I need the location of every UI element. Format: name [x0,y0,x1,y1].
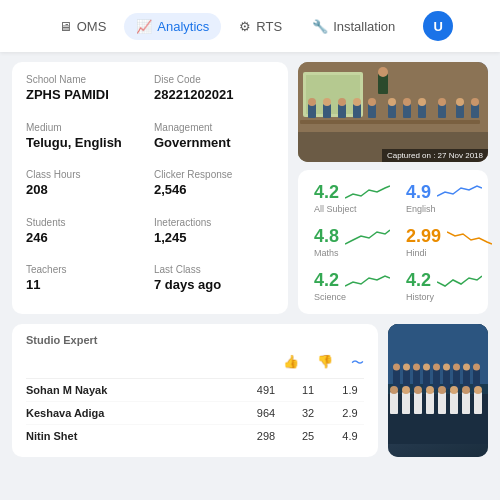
svg-point-47 [463,364,470,371]
class-hours-value: 208 [26,182,146,197]
students-field: Students 246 [26,217,146,255]
photo-art: Captured on : 27 Nov 2018 [298,62,488,162]
svg-rect-5 [308,104,316,118]
nav-label-oms: OMS [77,19,107,34]
students-value: 246 [26,230,146,245]
photo-caption: Captured on : 27 Nov 2018 [382,149,488,162]
studio-header-row: 👍 👎 〜 [26,354,364,379]
svg-rect-50 [390,392,398,414]
teachers-value: 11 [26,277,146,292]
stat-english: 4.9 English [400,178,498,218]
bottom-photo [388,324,488,457]
school-info-card: School Name ZPHS PAMIDI Dise Code 282212… [12,62,288,314]
activity-icon: 〜 [351,354,364,372]
sparkline-history [437,272,482,290]
top-navigation: 🖥 OMS 📈 Analytics ⚙ RTS 🔧 Installation U [0,0,500,52]
expert-name-2: Nitin Shet [26,430,252,442]
bottom-section: Studio Expert 👍 👎 〜 Sohan M Nayak 491 11… [12,324,488,457]
studio-card: Studio Expert 👍 👎 〜 Sohan M Nayak 491 11… [12,324,378,457]
nav-item-analytics[interactable]: 📈 Analytics [124,13,221,40]
svg-rect-46 [463,369,470,389]
svg-rect-4 [300,120,480,124]
svg-point-39 [423,364,430,371]
clicker-label: Clicker Response [154,169,274,180]
classroom-svg [298,62,488,162]
svg-rect-38 [423,369,430,389]
stat-label-maths: Maths [314,248,390,258]
expert-score-2: 4.9 [336,430,364,442]
nav-item-rts[interactable]: ⚙ RTS [227,13,294,40]
clicker-value: 2,546 [154,182,274,197]
interactions-value: 1,245 [154,230,274,245]
expert-score-0: 1.9 [336,384,364,396]
sparkline-hindi [447,228,492,246]
dise-code-field: Dise Code 28221202021 [154,74,274,112]
analytics-icon: 📈 [136,19,152,34]
expert-dislikes-2: 25 [294,430,322,442]
nav-label-analytics: Analytics [157,19,209,34]
svg-point-28 [378,67,388,77]
svg-point-41 [433,364,440,371]
stat-label-english: English [406,204,492,214]
sparkline-english [437,184,482,202]
stats-grid: 4.2 All Subject 4.9 Englis [298,170,488,314]
svg-rect-23 [456,104,464,118]
stat-value-english: 4.9 [406,182,431,203]
dise-value: 28221202021 [154,87,274,102]
stat-label-science: Science [314,292,390,302]
nav-item-oms[interactable]: 🖥 OMS [47,13,119,40]
svg-point-59 [438,386,446,394]
expert-name-0: Sohan M Nayak [26,384,252,396]
management-field: Management Government [154,122,274,160]
svg-point-20 [418,98,426,106]
expert-score-1: 2.9 [336,407,364,419]
svg-rect-11 [353,104,361,118]
studio-title: Studio Expert [26,334,364,346]
stat-hindi: 2.99 Hindi [400,222,498,262]
svg-rect-48 [473,369,480,389]
svg-rect-40 [433,369,440,389]
svg-rect-54 [414,392,422,414]
svg-point-45 [453,364,460,371]
svg-point-18 [403,98,411,106]
svg-point-12 [353,98,361,106]
svg-rect-9 [338,104,346,118]
stat-label-all-subject: All Subject [314,204,390,214]
svg-point-61 [450,386,458,394]
last-class-field: Last Class 7 days ago [154,264,274,302]
sparkline-all-subject [345,184,390,202]
expert-likes-0: 491 [252,384,280,396]
studio-row-2: Nitin Shet 298 25 4.9 [26,425,364,447]
nav-item-installation[interactable]: 🔧 Installation [300,13,407,40]
installation-icon: 🔧 [312,19,328,34]
svg-point-10 [338,98,346,106]
studio-row-1: Keshava Adiga 964 32 2.9 [26,402,364,425]
svg-point-14 [368,98,376,106]
management-value: Government [154,135,274,150]
top-section: School Name ZPHS PAMIDI Dise Code 282212… [12,62,488,314]
clicker-field: Clicker Response 2,546 [154,169,274,207]
user-avatar[interactable]: U [423,11,453,41]
class-hours-label: Class Hours [26,169,146,180]
nav-label-installation: Installation [333,19,395,34]
svg-point-49 [473,364,480,371]
rts-icon: ⚙ [239,19,251,34]
studio-col-icons: 👍 👎 〜 [283,354,364,372]
svg-rect-25 [471,104,479,118]
interactions-label: Ineteractions [154,217,274,228]
last-class-value: 7 days ago [154,277,274,292]
stat-maths: 4.8 Maths [308,222,396,262]
sparkline-science [345,272,390,290]
svg-point-6 [308,98,316,106]
school-name-value: ZPHS PAMIDI [26,87,146,102]
stat-all-subject: 4.2 All Subject [308,178,396,218]
svg-rect-7 [323,104,331,118]
svg-rect-32 [393,369,400,389]
svg-rect-21 [438,104,446,118]
studio-stats-0: 491 11 1.9 [252,384,364,396]
svg-rect-42 [443,369,450,389]
right-section: Captured on : 27 Nov 2018 4.2 All Subjec… [298,62,488,314]
stat-value-all-subject: 4.2 [314,182,339,203]
stat-label-hindi: Hindi [406,248,492,258]
svg-point-37 [413,364,420,371]
